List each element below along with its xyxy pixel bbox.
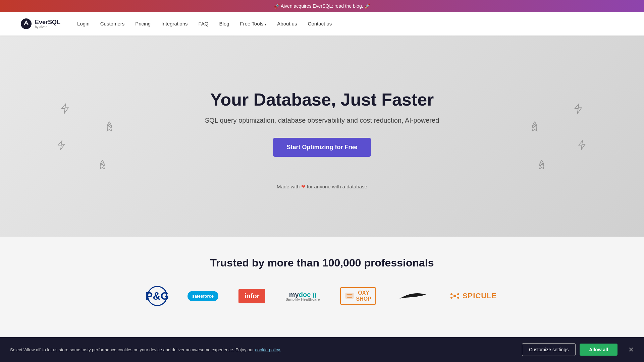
pricing-link[interactable]: Pricing [135,21,151,26]
contact-link[interactable]: Contact us [308,21,332,26]
logo-icon [20,18,32,30]
svg-point-10 [457,297,459,299]
svg-point-3 [534,125,535,126]
salesforce-logo: salesforce [187,286,218,306]
login-link[interactable]: Login [77,21,90,26]
spicule-icon [450,291,460,301]
logo-link[interactable]: EverSQL by aiven [20,18,60,30]
svg-point-9 [450,297,452,299]
hero-title: Your Database, Just Faster [210,89,434,110]
svg-line-13 [452,297,454,297]
banner-text: 🚀 Aiven acquires EverSQL: read the blog.… [274,3,370,9]
bolt-icon-3 [574,103,584,115]
rocket-icon-4 [537,160,547,170]
integrations-link[interactable]: Integrations [161,21,187,26]
hero-subtitle: SQL query optimization, database observa… [205,117,439,124]
dropdown-arrow: ▾ [265,22,266,26]
svg-rect-5 [345,293,354,299]
nike-logo [396,286,430,306]
bolt-icon-1 [60,103,70,115]
trusted-section: Trusted by more than 100,000 professiona… [0,237,644,326]
faq-link[interactable]: FAQ [199,21,209,26]
spicule-logo: SPICULE [450,286,497,306]
nike-swoosh-icon [396,289,430,303]
mydoc-logo: mydoc )) Simplify Healthcare [285,286,320,306]
svg-point-4 [541,163,543,165]
start-optimizing-button[interactable]: Start Optimizing for Free [273,138,371,157]
logo-sub: by aiven [35,25,60,29]
logo-text: EverSQL [35,19,60,25]
hero-section: Your Database, Just Faster SQL query opt… [0,36,644,237]
svg-point-6 [453,295,456,297]
svg-line-14 [456,297,457,297]
svg-point-8 [457,293,459,295]
rocket-icon-1 [104,121,115,132]
about-link[interactable]: About us [277,21,297,26]
rocket-icon-3 [529,121,540,132]
oxyshop-cart-icon [345,292,354,300]
infor-logo: infor [238,286,265,306]
blog-link[interactable]: Blog [219,21,229,26]
bolt-icon-2 [57,139,66,151]
svg-point-1 [108,125,110,126]
hero-tagline: Made with ❤ for anyone with a database [277,184,367,190]
svg-line-12 [456,295,457,295]
heart-icon: ❤ [301,184,307,189]
svg-point-2 [102,163,103,165]
navbar: EverSQL by aiven Login Customers Pricing… [0,12,644,36]
oxyshop-logo: OXYSHOP [340,286,376,306]
top-banner: 🚀 Aiven acquires EverSQL: read the blog.… [0,0,644,12]
free-tools-link[interactable]: Free Tools▾ [240,21,267,26]
svg-point-7 [450,293,452,295]
pg-logo: P&G [147,286,167,306]
customers-link[interactable]: Customers [100,21,125,26]
trusted-logos: P&G salesforce infor mydoc )) Simplify H… [7,286,637,306]
navbar-links: Login Customers Pricing Integrations FAQ… [77,21,332,27]
svg-line-11 [452,295,454,295]
trusted-title: Trusted by more than 100,000 professiona… [7,257,637,269]
bolt-icon-4 [578,139,587,151]
rocket-icon-2 [97,160,107,170]
